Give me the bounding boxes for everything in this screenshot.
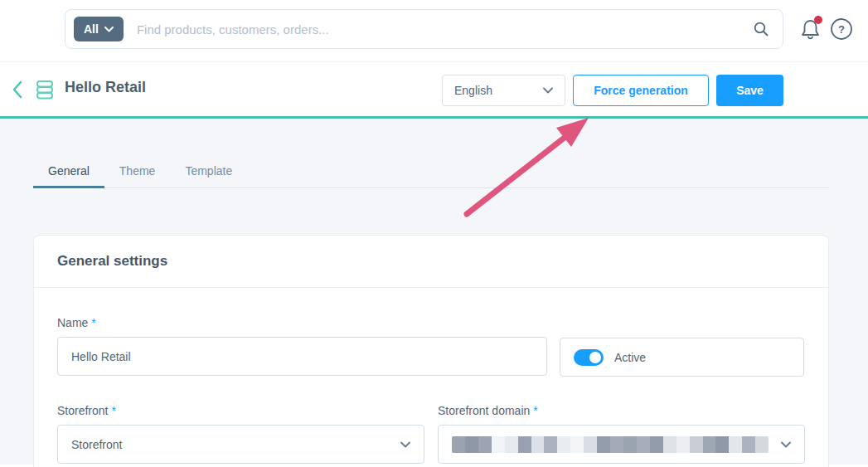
active-toggle-label: Active xyxy=(614,351,646,364)
chevron-down-icon xyxy=(400,441,410,448)
name-label: Name * xyxy=(57,316,547,329)
page-title: Hello Retail xyxy=(65,79,146,96)
storefront-field-group: Storefront * Storefront xyxy=(57,404,424,464)
active-toggle-field[interactable]: Active xyxy=(560,338,804,377)
content-area: General Theme Template General settings … xyxy=(0,119,868,465)
save-button[interactable]: Save xyxy=(716,75,783,106)
search-scope-dropdown[interactable]: All xyxy=(74,17,124,41)
card-title: General settings xyxy=(57,253,167,269)
page-header: Hello Retail English Force generation Sa… xyxy=(0,62,868,119)
storefront-domain-select[interactable] xyxy=(438,425,805,464)
help-icon: ? xyxy=(830,17,853,41)
search-icon[interactable] xyxy=(753,21,769,37)
storefront-domain-field-group: Storefront domain * xyxy=(438,404,805,464)
required-marker: * xyxy=(111,404,115,417)
chevron-left-icon xyxy=(11,79,24,100)
storefront-select[interactable]: Storefront xyxy=(57,425,424,464)
name-field-group: Name * xyxy=(57,316,547,377)
required-marker: * xyxy=(91,316,95,329)
active-toggle-switch[interactable] xyxy=(574,349,604,366)
search-scope-label: All xyxy=(84,22,99,36)
storefront-label: Storefront * xyxy=(57,404,424,417)
card-header: General settings xyxy=(34,236,828,288)
storefront-select-value: Storefront xyxy=(71,438,122,451)
notifications-button[interactable] xyxy=(799,17,822,45)
notification-badge xyxy=(814,16,822,24)
redacted-domain-value xyxy=(452,436,769,453)
chevron-down-icon xyxy=(104,27,114,32)
theme-module-icon xyxy=(35,77,55,102)
tab-theme[interactable]: Theme xyxy=(104,155,171,188)
svg-text:?: ? xyxy=(838,23,845,36)
tab-template[interactable]: Template xyxy=(170,155,247,188)
chevron-down-icon xyxy=(543,87,553,94)
card-body: Name * Active Storefront * xyxy=(34,288,828,467)
global-search-bar[interactable]: All xyxy=(65,9,783,49)
required-marker: * xyxy=(533,404,537,417)
name-input[interactable] xyxy=(57,337,547,376)
toggle-knob xyxy=(589,352,601,363)
storefront-domain-label: Storefront domain * xyxy=(438,404,805,417)
back-button[interactable] xyxy=(11,79,24,100)
help-button[interactable]: ? xyxy=(830,17,853,44)
tab-general[interactable]: General xyxy=(33,155,104,188)
search-input[interactable] xyxy=(137,22,753,36)
chevron-down-icon xyxy=(781,441,791,448)
force-generation-button[interactable]: Force generation xyxy=(573,75,709,106)
tab-bar: General Theme Template xyxy=(33,155,829,188)
general-settings-card: General settings Name * Active xyxy=(33,235,829,467)
language-select-value: English xyxy=(454,84,492,97)
top-bar: All ? xyxy=(0,0,868,62)
language-select[interactable]: English xyxy=(442,75,565,106)
